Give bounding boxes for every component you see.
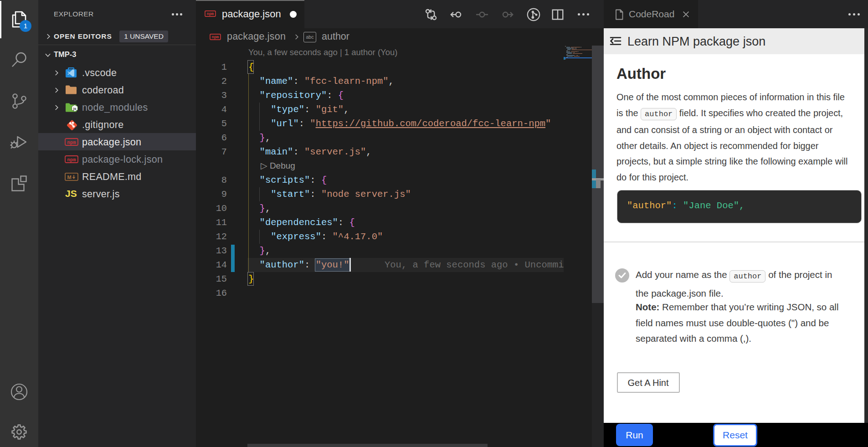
svg-text:M: M [67,175,71,180]
svg-text:npm: npm [67,140,76,145]
svg-text:npm: npm [67,157,76,163]
svg-text:js: js [73,107,77,111]
svg-text:npm: npm [207,12,214,16]
svg-text:npm: npm [212,35,219,40]
